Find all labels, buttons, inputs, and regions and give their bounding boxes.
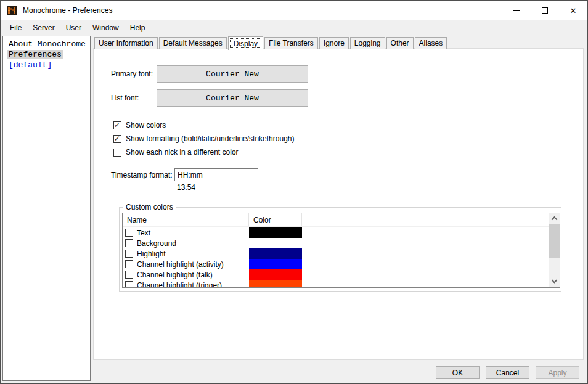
- color-swatch[interactable]: [249, 248, 302, 259]
- show-colors-label: Show colors: [126, 121, 166, 129]
- nick-color-checkbox[interactable]: [113, 149, 121, 157]
- preferences-tabstrip: User Information Default Messages Displa…: [94, 36, 448, 49]
- primary-font-button[interactable]: Courier New: [157, 65, 308, 83]
- menu-bar: File Server User Window Help: [1, 20, 587, 35]
- vertical-scrollbar[interactable]: [549, 213, 560, 287]
- timestamp-preview: 13:54: [177, 183, 195, 192]
- custom-colors-title: Custom colors: [123, 203, 176, 211]
- tab-aliases[interactable]: Aliases: [415, 37, 447, 49]
- menu-file[interactable]: File: [4, 21, 27, 35]
- color-row-highlight-checkbox[interactable]: [125, 250, 133, 258]
- sidebar-item-preferences[interactable]: Preferences: [3, 50, 90, 60]
- preferences-sidebar: About Monochrome Preferences [default]: [2, 36, 91, 381]
- color-swatch[interactable]: [249, 280, 302, 288]
- color-row-channel-talk[interactable]: Channel highlight (talk): [123, 269, 549, 280]
- list-font-button[interactable]: Courier New: [157, 89, 308, 107]
- chevron-down-icon: [552, 277, 558, 284]
- color-row-channel-trigger-checkbox[interactable]: [125, 281, 133, 288]
- menu-user[interactable]: User: [60, 21, 87, 35]
- minimize-icon: [513, 10, 520, 11]
- minimize-button[interactable]: [502, 1, 531, 20]
- show-formatting-label: Show formatting (bold/italic/underline/s…: [126, 134, 294, 143]
- color-row-background-checkbox[interactable]: [125, 239, 133, 247]
- apply-button[interactable]: Apply: [536, 366, 579, 379]
- timestamp-format-label: Timestamp format:: [111, 171, 173, 179]
- primary-font-label: Primary font:: [111, 70, 153, 78]
- maximize-icon: [542, 7, 548, 14]
- tab-file-transfers[interactable]: File Transfers: [264, 37, 318, 49]
- nick-color-row: Show each nick in a different color: [113, 148, 239, 157]
- maximize-button[interactable]: [531, 1, 559, 20]
- menu-window[interactable]: Window: [87, 21, 125, 35]
- app-icon: [7, 6, 17, 15]
- color-row-channel-talk-checkbox[interactable]: [125, 271, 133, 279]
- tab-default-messages[interactable]: Default Messages: [159, 37, 227, 49]
- scroll-down-button[interactable]: [549, 277, 560, 287]
- sidebar-item-default[interactable]: [default]: [3, 60, 90, 71]
- menu-server[interactable]: Server: [27, 21, 60, 35]
- window-controls: ✕: [502, 1, 587, 20]
- menu-help[interactable]: Help: [125, 21, 151, 35]
- display-tab-page: Primary font: Courier New List font: Cou…: [93, 48, 584, 360]
- color-row-channel-activity-checkbox[interactable]: [125, 260, 133, 268]
- color-row-text[interactable]: Text: [123, 227, 549, 238]
- nick-color-label: Show each nick in a different color: [126, 148, 239, 157]
- window-title: Monochrome - Preferences: [23, 6, 112, 15]
- color-swatch[interactable]: [249, 259, 302, 269]
- close-button[interactable]: ✕: [559, 1, 587, 20]
- color-row-text-checkbox[interactable]: [125, 229, 133, 237]
- list-font-label: List font:: [111, 94, 139, 102]
- chevron-up-icon: [552, 216, 558, 223]
- list-header: Name Color: [123, 213, 549, 227]
- color-swatch[interactable]: [249, 227, 302, 238]
- list-rows: Text Background Highlight: [123, 227, 549, 288]
- color-row-channel-activity[interactable]: Channel highlight (activity): [123, 259, 549, 269]
- title-bar: Monochrome - Preferences ✕: [1, 1, 587, 20]
- ok-button[interactable]: OK: [436, 366, 480, 379]
- show-colors-row: Show colors: [113, 121, 166, 129]
- show-formatting-row: Show formatting (bold/italic/underline/s…: [113, 134, 294, 143]
- color-row-highlight[interactable]: Highlight: [123, 248, 549, 259]
- cancel-button[interactable]: Cancel: [486, 366, 529, 379]
- show-colors-checkbox[interactable]: [113, 121, 121, 129]
- custom-colors-list: Name Color Text Background: [122, 213, 560, 288]
- close-icon: ✕: [570, 7, 577, 15]
- color-swatch[interactable]: [249, 238, 302, 248]
- show-formatting-checkbox[interactable]: [113, 135, 121, 143]
- column-header-name[interactable]: Name: [123, 213, 249, 226]
- color-swatch[interactable]: [249, 269, 302, 280]
- color-row-channel-trigger[interactable]: Channel highlight (trigger): [123, 280, 549, 288]
- tab-ignore[interactable]: Ignore: [319, 37, 349, 49]
- tab-display[interactable]: Display: [228, 36, 263, 50]
- color-row-background[interactable]: Background: [123, 238, 549, 248]
- preferences-window: Monochrome - Preferences ✕ File Server U…: [0, 0, 588, 384]
- scrollbar-thumb[interactable]: [549, 224, 560, 258]
- tab-logging[interactable]: Logging: [350, 37, 385, 49]
- tab-user-information[interactable]: User Information: [94, 37, 158, 49]
- tab-other[interactable]: Other: [386, 37, 414, 49]
- sidebar-item-about[interactable]: About Monochrome: [3, 39, 90, 50]
- custom-colors-groupbox: Custom colors Name Color Text Background: [119, 207, 561, 292]
- timestamp-format-input[interactable]: [174, 168, 258, 181]
- column-header-color[interactable]: Color: [249, 213, 302, 226]
- scroll-up-button[interactable]: [549, 213, 560, 224]
